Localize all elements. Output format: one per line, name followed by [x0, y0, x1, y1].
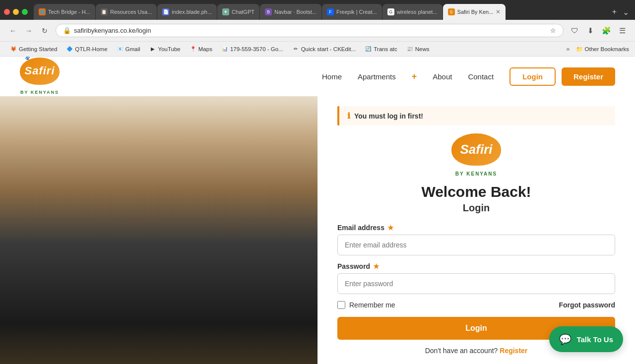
tab-google[interactable]: G wireless planet... — [382, 4, 443, 20]
hero-background — [0, 96, 318, 364]
bookmark-item[interactable]: 📰News — [402, 44, 434, 54]
tabs-bar: 🌐 Tech Bridge - H... 📋 Resources Usa... … — [34, 4, 604, 20]
bookmark-item[interactable]: 🔄Trans atc — [361, 44, 401, 54]
url-security-icons: 🔒 — [63, 27, 71, 34]
bookmarks-more-icon[interactable]: » — [563, 44, 572, 54]
bookmark-label: Gmail — [126, 46, 140, 52]
browser-chrome: 🌐 Tech Bridge - H... 📋 Resources Usa... … — [0, 0, 635, 57]
nav-buttons: ← → ↻ — [6, 24, 52, 38]
talk-widget-label: Talk To Us — [576, 335, 613, 344]
bookmark-label: Quick start - CKEdit... — [301, 46, 356, 52]
hero-image — [0, 96, 318, 364]
login-nav-button[interactable]: Login — [509, 67, 556, 86]
refresh-button[interactable]: ↻ — [38, 24, 52, 38]
site-logo: 🐾 Safiri BY KENYANS — [20, 58, 60, 96]
bookmark-item[interactable]: ✏Quick start - CKEdit... — [288, 44, 360, 54]
url-bar[interactable]: 🔒 safiribykenyans.co.ke/login ☆ — [56, 24, 564, 37]
password-required: ★ — [373, 262, 380, 270]
alert-banner: ℹ You must log in first! — [337, 106, 615, 125]
tab-safiri[interactable]: S Safiri By Ken... ✕ — [443, 4, 506, 20]
password-label: Password ★ — [337, 262, 615, 270]
email-form-group: Email address ★ — [337, 224, 615, 255]
remember-me-label[interactable]: Remember me — [337, 301, 395, 309]
tab-chatgpt[interactable]: ✦ ChatGPT — [217, 4, 259, 20]
bookmark-label: YouTube — [158, 46, 181, 52]
tab-close-icon[interactable]: ✕ — [496, 8, 501, 15]
tab-title: ChatGPT — [232, 9, 254, 15]
maximize-button[interactable] — [22, 9, 28, 15]
nav-item-about[interactable]: About — [433, 72, 452, 81]
tab-favicon: F — [327, 8, 334, 15]
bookmarks-overflow: » 📁 Other Bookmarks — [563, 44, 629, 54]
tab-list-icon[interactable]: ⌄ — [621, 5, 631, 19]
bookmark-favicon: 📧 — [117, 46, 124, 53]
tab-favicon: 🌐 — [39, 8, 46, 15]
minimize-button[interactable] — [13, 9, 19, 15]
download-icon[interactable]: ⬇ — [583, 24, 597, 38]
bookmark-item[interactable]: 📧Gmail — [113, 44, 144, 54]
back-button[interactable]: ← — [6, 24, 20, 38]
lock-icon: 🔒 — [63, 27, 71, 34]
tab-techbridge[interactable]: 🌐 Tech Bridge - H... — [34, 4, 95, 20]
bookmark-label: News — [415, 46, 430, 52]
welcome-title: Welcome Back! — [421, 183, 531, 200]
bookmark-item[interactable]: ▶YouTube — [145, 44, 185, 54]
bookmark-item[interactable]: 🦊Getting Started — [6, 44, 61, 54]
login-logo-sub: BY KENYANS — [455, 171, 497, 177]
browser-toolbar: 🛡 ⬇ 🧩 ☰ — [568, 24, 629, 38]
forward-button[interactable]: → — [22, 24, 36, 38]
url-actions: ☆ — [550, 27, 556, 34]
bookmarks-bar: 🦊Getting Started🔷QTLR-Home📧Gmail▶YouTube… — [0, 42, 635, 57]
bookmark-label: 179-559-3570 - Go... — [230, 46, 283, 52]
tab-favicon: G — [387, 8, 394, 15]
nav-item-home[interactable]: Home — [322, 72, 342, 81]
password-form-group: Password ★ — [337, 262, 615, 294]
bookmark-favicon: ▶ — [149, 46, 156, 53]
url-text: safiribykenyans.co.ke/login — [74, 27, 544, 34]
main-content: ℹ You must log in first! Safiri BY KENYA… — [0, 96, 635, 364]
tab-title: Navbar · Bootst... — [274, 9, 317, 15]
bookmark-label: Getting Started — [19, 46, 57, 52]
tab-bootstrap[interactable]: B Navbar · Bootst... — [260, 4, 321, 20]
login-subtitle: Login — [463, 202, 490, 214]
other-bookmarks[interactable]: 📁 Other Bookmarks — [576, 46, 629, 53]
menu-icon[interactable]: ☰ — [615, 24, 629, 38]
tab-freepik[interactable]: F Freepik | Creat... — [322, 4, 382, 20]
remember-me-checkbox[interactable] — [337, 301, 345, 309]
bookmark-favicon: 📰 — [406, 46, 413, 53]
bookmark-label: QTLR-Home — [75, 46, 107, 52]
bookmark-favicon: 📊 — [221, 46, 228, 53]
bookmark-favicon: 🔷 — [66, 46, 73, 53]
new-tab-icon[interactable]: + — [610, 5, 619, 18]
shield-icon: 🛡 — [568, 24, 581, 38]
tab-blade[interactable]: 📄 index.blade.ph... — [157, 4, 217, 20]
logo-container: 🐾 Safiri BY KENYANS — [20, 58, 60, 96]
tab-title: index.blade.ph... — [172, 9, 212, 15]
forgot-password-link[interactable]: Forgot password — [559, 301, 615, 309]
nav-item-apartments[interactable]: Apartments — [358, 72, 396, 81]
nav-plus-icon[interactable]: + — [412, 71, 417, 82]
nav-item-contact[interactable]: Contact — [468, 72, 494, 81]
bookmark-item[interactable]: 📍Maps — [186, 44, 216, 54]
close-button[interactable] — [4, 9, 10, 15]
tab-resources[interactable]: 📋 Resources Usa... — [96, 4, 157, 20]
bookmark-favicon: 📍 — [190, 46, 196, 53]
talk-widget[interactable]: 💬 Talk To Us — [549, 326, 623, 352]
bookmark-item[interactable]: 🔷QTLR-Home — [62, 44, 111, 54]
bookmark-item[interactable]: 📊179-559-3570 - Go... — [217, 44, 287, 54]
bookmark-favicon: 🔄 — [365, 46, 372, 53]
star-icon[interactable]: ☆ — [550, 27, 556, 34]
extensions-icon[interactable]: 🧩 — [599, 24, 613, 38]
tab-title: Freepik | Creat... — [336, 9, 377, 15]
email-label: Email address ★ — [337, 224, 615, 232]
email-field[interactable] — [337, 235, 615, 255]
login-logo: Safiri BY KENYANS — [451, 133, 501, 180]
tab-actions: + ⌄ — [610, 5, 631, 19]
email-required: ★ — [387, 224, 394, 232]
register-link[interactable]: Register — [500, 347, 527, 355]
address-bar: ← → ↻ 🔒 safiribykenyans.co.ke/login ☆ 🛡 … — [0, 20, 635, 42]
logo-sub-text: BY KENYANS — [20, 90, 59, 95]
alert-message: You must log in first! — [354, 112, 423, 120]
register-nav-button[interactable]: Register — [562, 67, 615, 86]
password-field[interactable] — [337, 273, 615, 294]
